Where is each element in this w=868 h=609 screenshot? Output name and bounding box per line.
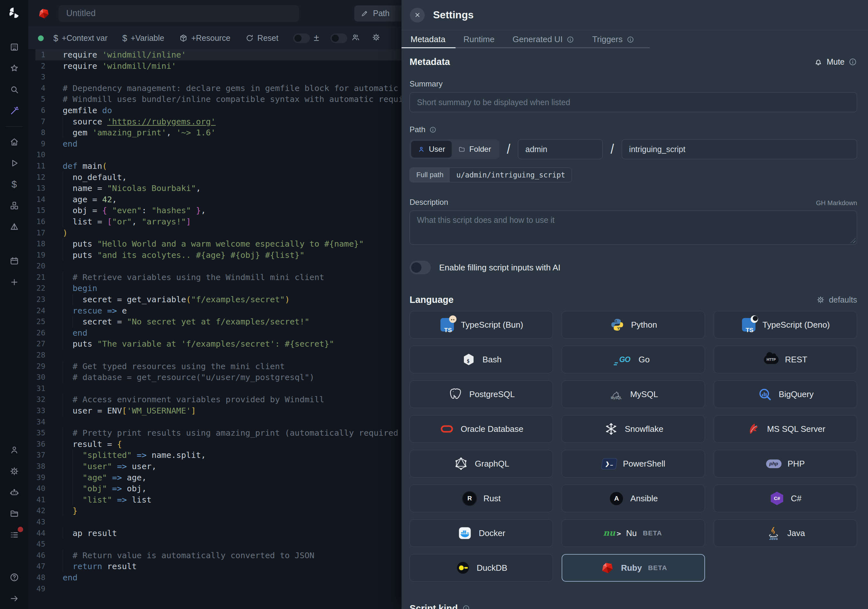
ai-inputs-toggle[interactable] (409, 261, 431, 274)
toolbar-variable-button[interactable]: $+Variable (122, 33, 164, 43)
code-line[interactable]: 46 # Return value is automatically conve… (28, 550, 401, 561)
code-line[interactable]: 22 begin (28, 283, 401, 294)
code-line[interactable]: 26 end (28, 327, 401, 339)
code-line[interactable]: 32 # Access environment variables provid… (28, 394, 401, 405)
code-line[interactable]: 37 "splitted" => name.split, (28, 449, 401, 461)
language-duckdb-button[interactable]: DuckDB (409, 554, 553, 582)
toolbar-resource-button[interactable]: +Resource (179, 33, 231, 43)
mute-button[interactable]: Mute (814, 57, 857, 67)
tab-generated-ui[interactable]: Generated UI (512, 34, 574, 44)
path-button[interactable]: Path u/a (354, 5, 401, 22)
language-powershell-button[interactable]: ❯PowerShell (562, 450, 705, 477)
language-typescript-deno-button[interactable]: TSTypeScript (Deno) (714, 311, 857, 339)
code-line[interactable]: 29 # Get typed resources using the mini … (28, 361, 401, 372)
language-ruby-button[interactable]: RubyBETA (562, 554, 705, 582)
tab-runtime[interactable]: Runtime (463, 34, 494, 44)
code-line[interactable]: 23 secret = get_variable("f/examples/sec… (28, 294, 401, 305)
code-line[interactable]: 38 "user" => user, (28, 461, 401, 472)
language-ms-sql-server-button[interactable]: MS SQL Server (714, 415, 857, 443)
code-line[interactable]: 41 "list" => list (28, 494, 401, 505)
code-line[interactable]: 17) (28, 227, 401, 239)
language-rust-button[interactable]: RRust (409, 485, 553, 512)
code-line[interactable]: 19 puts "and its acolytes.. #{age} #{obj… (28, 249, 401, 261)
code-line[interactable]: 15 obj = { "even": "hashes" }, (28, 205, 401, 216)
code-line[interactable]: 21 # Retrieve variables using the Windmi… (28, 272, 401, 283)
code-line[interactable]: 48end (28, 572, 401, 583)
language-ansible-button[interactable]: AAnsible (562, 485, 705, 512)
windmill-logo-button[interactable] (8, 6, 21, 20)
sidebar-help-button[interactable] (0, 567, 28, 588)
code-line[interactable]: 28 (28, 350, 401, 361)
script-title-input[interactable] (59, 5, 299, 22)
code-line[interactable]: 30 # database = get_resource("u/user/my_… (28, 372, 401, 383)
code-line[interactable]: 10 (28, 149, 401, 160)
language-rest-button[interactable]: HTTPREST (714, 346, 857, 373)
language-postgresql-button[interactable]: PostgreSQL (409, 380, 553, 408)
code-line[interactable]: 27 puts "The variable at 'f/examples/sec… (28, 338, 401, 350)
language-defaults-button[interactable]: defaults (816, 295, 857, 305)
language-go-button[interactable]: GOGo (562, 346, 705, 373)
code-line[interactable]: 2require 'windmill/mini' (28, 60, 401, 72)
code-line[interactable]: 40 "obj" => obj, (28, 483, 401, 494)
sidebar-create-plus-button[interactable] (0, 271, 28, 293)
sidebar-audit-logs-list-button[interactable] (0, 524, 28, 545)
path-name-input[interactable] (622, 139, 857, 159)
language-nu-button[interactable]: nu>NuBETA (562, 519, 705, 547)
diff-mode-toggle[interactable] (293, 33, 310, 43)
code-line[interactable]: 9end (28, 138, 401, 150)
sidebar-schedules-calendar-button[interactable] (0, 250, 28, 271)
toolbar-reset-button[interactable]: Reset (245, 33, 278, 43)
language-csharp-button[interactable]: C#C# (714, 485, 857, 512)
sidebar-search-button[interactable] (0, 79, 28, 100)
sidebar-triggers-pyramid-button[interactable] (0, 216, 28, 237)
sidebar-workspace-building-button[interactable] (0, 36, 28, 57)
editor-settings-button[interactable] (372, 33, 381, 44)
code-line[interactable]: 47 return result (28, 561, 401, 572)
language-graphql-button[interactable]: GraphQL (409, 450, 553, 477)
code-line[interactable]: 33 user = ENV['WM_USERNAME'] (28, 405, 401, 417)
code-line[interactable]: 24 rescue => e (28, 305, 401, 316)
sidebar-resources-cubes-button[interactable] (0, 195, 28, 216)
multiplayer-toggle[interactable] (330, 33, 347, 43)
code-area[interactable]: 1require 'windmill/inline'2require 'wind… (28, 49, 401, 594)
code-line[interactable]: 18 puts "Hello World and a warm welcome … (28, 238, 401, 249)
language-bigquery-button[interactable]: BigQuery (714, 380, 857, 408)
code-line[interactable]: 34 (28, 417, 401, 428)
code-line[interactable]: 45 (28, 539, 401, 550)
sidebar-collapse-arrow-right-button[interactable] (0, 588, 28, 609)
code-line[interactable]: 20 (28, 260, 401, 272)
owner-kind-folder-button[interactable]: Folder (452, 141, 498, 158)
code-line[interactable]: 43 (28, 516, 401, 528)
code-line[interactable]: 31 (28, 383, 401, 394)
code-line[interactable]: 35 # Pretty print results using amazing_… (28, 427, 401, 439)
code-line[interactable]: 14 age = 42, (28, 194, 401, 205)
language-php-button[interactable]: phpPHP (714, 450, 857, 477)
code-line[interactable]: 25 secret = "No secret yet at f/examples… (28, 316, 401, 327)
code-line[interactable]: 4# Dependency management: declare gems i… (28, 83, 401, 94)
language-snowflake-button[interactable]: Snowflake (562, 415, 705, 443)
code-line[interactable]: 11def main( (28, 160, 401, 172)
sidebar-ai-robot-button[interactable] (0, 482, 28, 503)
close-settings-button[interactable] (410, 8, 425, 23)
code-line[interactable]: 8 gem 'amazing_print', '~> 1.6' (28, 127, 401, 138)
language-python-button[interactable]: Python (562, 311, 705, 339)
code-line[interactable]: 5# Windmill uses bundler/inline compatib… (28, 94, 401, 105)
language-bash-button[interactable]: $Bash (409, 346, 553, 373)
language-docker-button[interactable]: Docker (409, 519, 553, 547)
summary-input[interactable] (409, 92, 857, 112)
code-line[interactable]: 13 name = "Nicolas Bourbaki", (28, 183, 401, 194)
code-line[interactable]: 36 result = { (28, 439, 401, 450)
code-line[interactable]: 6gemfile do (28, 105, 401, 116)
tab-metadata[interactable]: Metadata (411, 34, 445, 44)
sidebar-folders-button[interactable] (0, 503, 28, 524)
code-line[interactable]: 16 list = ["or", "arrays!"] (28, 216, 401, 227)
language-mysql-button[interactable]: MySQLMySQL (562, 380, 705, 408)
sidebar-workspace-settings-gear-button[interactable] (0, 460, 28, 482)
owner-kind-user-button[interactable]: User (411, 141, 452, 158)
language-java-button[interactable]: JavaJava (714, 519, 857, 547)
code-line[interactable]: 3 (28, 71, 401, 83)
description-textarea[interactable] (409, 211, 857, 245)
sidebar-home-button[interactable] (0, 131, 28, 152)
sidebar-runs-play-button[interactable] (0, 152, 28, 174)
language-typescript-bun-button[interactable]: TSTypeScript (Bun) (409, 311, 553, 339)
